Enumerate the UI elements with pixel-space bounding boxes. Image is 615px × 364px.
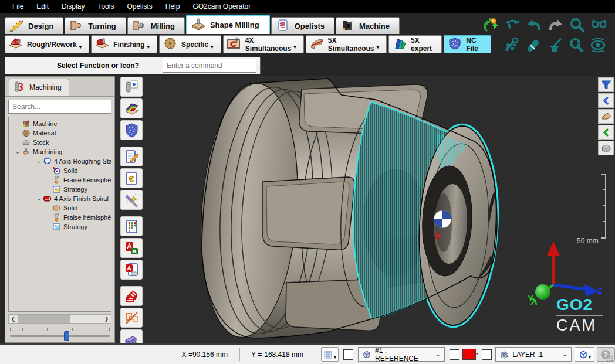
button-5x-simultaneous[interactable]: 5X Simultaneous ▾ [306,35,387,53]
layer-dropdown-value: LAYER :1 [512,351,543,359]
zoom-search-icon[interactable] [569,16,586,34]
tab-machining-panel[interactable]: Machining [9,79,69,96]
view-cube-button[interactable]: ▾ [575,347,594,362]
button-5x-expert[interactable]: 5X expert [388,35,442,53]
reference-visibility-checkbox[interactable] [343,349,354,360]
command-combo[interactable]: ⌄ [163,59,256,73]
menu-tools[interactable]: Tools [91,2,120,11]
stock-thumbnail-button[interactable] [598,141,614,155]
current-color-swatch[interactable] [462,349,476,360]
pdf-excel-export-button[interactable] [120,238,143,258]
graphics-viewport[interactable] [115,76,615,343]
scrollbar-thumb[interactable] [18,315,70,323]
eraser-icon[interactable] [524,36,542,54]
right-view-toolbar [598,77,614,155]
chevron-expanded-icon[interactable]: ⌄ [35,196,43,202]
finish-operation-icon [43,195,52,203]
layer-dropdown[interactable]: LAYER :1 ⌄ [495,347,572,362]
redo-icon[interactable] [547,16,565,34]
tree-item-solid-2[interactable]: Solid [9,203,111,213]
previous-stock-button[interactable] [598,125,614,140]
simulation-play-button[interactable] [120,77,143,97]
glasses-view-icon[interactable] [590,16,608,34]
reference-cube-icon [362,350,371,359]
eye-refresh-icon[interactable] [589,36,607,54]
scrollbar-track[interactable] [18,315,102,323]
button-specific[interactable]: Specific ▾ [159,35,221,53]
filter-button[interactable] [598,77,614,92]
search-icon [107,102,108,111]
tab-machine[interactable]: Machine [336,17,400,34]
design-pencil-icon [9,19,24,33]
tree-item-machining[interactable]: ⌄ Machining [9,147,111,157]
tree-item-strategy-1[interactable]: Strategy [9,185,111,194]
slider-thumb[interactable] [64,331,69,341]
magic-wand-button[interactable] [120,190,143,210]
sync-colors-icon[interactable] [482,16,499,34]
tree-item-machine[interactable]: Machine [9,119,111,128]
menu-file[interactable]: File [6,2,30,11]
dropdown-arrow-icon[interactable]: ▾ [476,351,478,356]
menu-help[interactable]: Help [159,2,187,11]
cost-euro-button[interactable]: € [120,168,143,188]
scroll-left-icon[interactable]: ❮ [9,316,18,322]
tree-item-material[interactable]: Material [9,128,111,138]
strategy-yellow-icon [52,185,61,193]
home-multi-button[interactable] [120,286,143,306]
zoom-fit-icon[interactable] [567,36,585,54]
button-rough-rework[interactable]: Rough/Rework ▾ [5,35,89,53]
resize-grip[interactable] [606,355,613,362]
menu-opelists[interactable]: Opelists [120,2,158,11]
pdf-document-button[interactable] [120,260,143,280]
tab-opelists[interactable]: Opelists [271,17,334,34]
tree-item-tool-1[interactable]: Fraise hémisphériq [9,175,111,185]
tree-item-stock[interactable]: Stock [9,138,111,147]
slider-track[interactable] [10,335,110,337]
tab-design[interactable]: Design [5,17,63,34]
tree-item-strategy-2[interactable]: Strategy [9,222,111,232]
menu-display[interactable]: Display [55,2,91,11]
tree-horizontal-scrollbar[interactable]: ❮ ❯ [8,314,111,324]
scroll-right-icon[interactable]: ❯ [102,316,111,322]
compare-shapes-button[interactable] [120,308,143,328]
grid-toggle-button[interactable]: ▾ [321,347,339,362]
reference-dropdown[interactable]: #1 : REFERENCE ⌄ [358,347,445,362]
nc-shield-button[interactable] [120,120,143,140]
chevron-expanded-icon[interactable]: ⌄ [13,149,22,155]
tree-zoom-slider[interactable] [10,327,110,342]
tab-machine-label: Machine [359,22,390,30]
tab-turning[interactable]: Turning [65,17,126,34]
tree-item-roughing[interactable]: ⌄ 4 Axis Roughing Stand [9,157,111,166]
strategy-cyan-icon [52,223,61,231]
dropdown-arrow-icon: ▾ [293,44,296,50]
rainbow-report-button[interactable] [120,98,143,118]
undo-icon[interactable] [525,16,543,34]
tab-milling[interactable]: Milling [127,17,185,34]
tree-item-solid-1[interactable]: Solid [9,166,111,175]
button-finishing[interactable]: Finishing ▾ [91,35,157,53]
chevron-expanded-icon[interactable]: ⌄ [35,158,43,164]
color-apply-checkbox[interactable] [450,349,460,360]
command-input[interactable] [163,60,261,72]
layer-visibility-checkbox[interactable] [482,349,492,360]
magic-hat-icon[interactable] [546,36,563,54]
previous-part-button[interactable] [598,93,614,108]
tree-item-finish-spiral[interactable]: ⌄ 4 Axis Finish Spiral [9,194,111,203]
chevron-down-icon[interactable]: ⌄ [261,62,266,70]
report-grid-button[interactable] [120,216,143,236]
tree-item-tool-2[interactable]: Fraise hémisphériq [9,213,111,222]
button-nc-file[interactable]: NC File [444,35,491,53]
menu-operator[interactable]: GO2cam Operator [186,2,257,11]
edit-document-button[interactable] [120,147,143,166]
machining-panel: Machining Machine Material Stock [5,76,115,343]
caliper-measure-icon[interactable] [504,16,521,34]
left-vertical-toolbar: € [120,77,144,351]
search-box[interactable] [8,100,111,114]
tab-shape-milling[interactable]: Shape Milling [186,15,270,34]
button-4x-simultaneous[interactable]: 4X Simultaneous ▾ [223,35,304,53]
part-thumbnail-button[interactable] [598,109,614,124]
customize-tools-icon[interactable] [502,36,520,54]
stock-node-icon [22,138,31,147]
menu-edit[interactable]: Edit [30,2,55,11]
search-input[interactable] [9,103,107,111]
